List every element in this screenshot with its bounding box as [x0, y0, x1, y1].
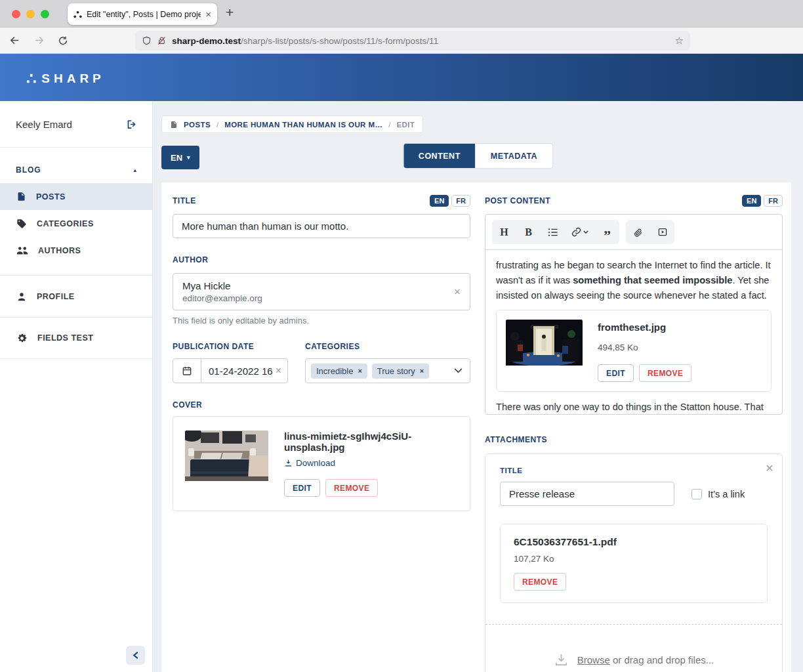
- author-email: editor@example.org: [182, 293, 454, 303]
- chevron-up-icon: ▴: [133, 167, 136, 173]
- title-label: TITLE: [173, 196, 196, 205]
- categories-select[interactable]: Incredible× True story×: [305, 358, 470, 383]
- cover-remove-button[interactable]: REMOVE: [325, 479, 378, 497]
- back-icon[interactable]: [9, 35, 20, 46]
- remove-attachment-item-icon[interactable]: ×: [766, 461, 773, 474]
- attachments-divider: [485, 624, 782, 625]
- sidebar-item-authors[interactable]: AUTHORS: [0, 237, 152, 264]
- embedded-file-thumbnail: [506, 320, 583, 382]
- author-field[interactable]: Mya Hickle editor@example.org ×: [173, 273, 470, 310]
- attachment-file-size: 107,27 Ko: [514, 554, 754, 564]
- checkbox-unchecked[interactable]: [691, 489, 702, 499]
- tab-close-icon[interactable]: ×: [205, 9, 211, 19]
- category-chip-label: Incredible: [316, 366, 353, 376]
- heading-button[interactable]: H: [492, 220, 516, 244]
- clear-author-icon[interactable]: ×: [454, 286, 461, 297]
- clear-date-icon[interactable]: ×: [274, 365, 287, 377]
- title-input[interactable]: [173, 214, 470, 238]
- embedded-edit-button[interactable]: EDIT: [598, 364, 634, 382]
- category-chip: True story×: [372, 364, 429, 379]
- sidebar-item-label: CATEGORIES: [37, 219, 94, 228]
- its-a-link-checkbox-row[interactable]: It’s a link: [691, 489, 745, 499]
- browser-tab-strip: Edit "entity", Posts | Demo proje × +: [0, 0, 803, 28]
- tab-content[interactable]: CONTENT: [403, 144, 476, 168]
- tab-title: Edit "entity", Posts | Demo proje: [87, 10, 201, 19]
- bold-icon: B: [525, 226, 532, 238]
- attach-file-button[interactable]: [626, 220, 650, 244]
- link-icon: [571, 227, 581, 237]
- chevron-left-icon: [133, 652, 139, 659]
- embedded-remove-button[interactable]: REMOVE: [639, 364, 691, 382]
- form-left-column: TITLE EN FR AUTHOR Mya Hickle editor@exa…: [173, 196, 470, 672]
- sidebar-item-categories[interactable]: CATEGORIES: [0, 210, 152, 237]
- download-link[interactable]: Download: [284, 458, 335, 468]
- category-chip: Incredible×: [311, 364, 367, 379]
- locale-badge-fr[interactable]: FR: [764, 195, 783, 207]
- attachments-label: ATTACHMENTS: [485, 435, 547, 444]
- file-dropzone[interactable]: Browse or drag and drop files...: [500, 652, 768, 667]
- traffic-light-minimize[interactable]: [26, 10, 35, 18]
- logout-icon[interactable]: [126, 119, 138, 130]
- shield-icon[interactable]: [142, 35, 152, 46]
- breadcrumb-entity[interactable]: MORE HUMAN THAN HUMAN IS OUR M…: [224, 121, 382, 129]
- url-text: sharp-demo.test/sharp/s-list/posts/s-sho…: [172, 36, 670, 46]
- download-label: Download: [296, 458, 335, 468]
- locale-badge-fr[interactable]: FR: [451, 195, 470, 207]
- remove-category-icon[interactable]: ×: [420, 367, 424, 375]
- sidebar-item-posts[interactable]: POSTS: [0, 183, 152, 210]
- author-name: Mya Hickle: [182, 280, 454, 291]
- link-button[interactable]: [565, 220, 595, 244]
- publication-date-value[interactable]: 01-24-2022 16: [201, 366, 274, 377]
- browser-tab[interactable]: Edit "entity", Posts | Demo proje ×: [68, 3, 217, 25]
- sharp-logo-mark-icon: ∴: [26, 70, 36, 88]
- editor-content[interactable]: frustrating as he began to search the In…: [485, 250, 782, 415]
- locale-dropdown-button[interactable]: EN ▾: [161, 146, 199, 169]
- attachment-remove-button[interactable]: REMOVE: [514, 573, 566, 591]
- browser-url-bar: sharp-demo.test/sharp/s-list/posts/s-sho…: [0, 28, 803, 54]
- attachment-title-input[interactable]: [500, 482, 674, 506]
- breadcrumb-posts[interactable]: POSTS: [184, 121, 211, 129]
- lock-slash-icon[interactable]: [157, 35, 167, 46]
- sidebar-item-fields-test[interactable]: FIELDS TEST: [0, 317, 152, 358]
- remove-category-icon[interactable]: ×: [358, 367, 361, 375]
- attachment-file-card: 6C15036377651-1.pdf 107,27 Ko REMOVE: [500, 524, 768, 603]
- dropzone-text: or drag and drop files...: [610, 654, 714, 665]
- sidebar-item-profile[interactable]: PROFILE: [0, 276, 152, 317]
- forward-icon[interactable]: [33, 35, 45, 46]
- calendar-icon[interactable]: [173, 359, 201, 383]
- new-tab-button[interactable]: +: [226, 5, 234, 20]
- traffic-light-zoom[interactable]: [41, 10, 49, 18]
- form-panel: TITLE EN FR AUTHOR Mya Hickle editor@exa…: [161, 182, 791, 672]
- chevron-down-icon[interactable]: [454, 368, 463, 373]
- reload-icon[interactable]: [58, 35, 68, 46]
- tab-metadata[interactable]: METADATA: [476, 144, 552, 168]
- breadcrumb-separator: /: [388, 121, 390, 129]
- sidebar-item-label: AUTHORS: [38, 246, 81, 255]
- main-content: POSTS / MORE HUMAN THAN HUMAN IS OUR M… …: [153, 101, 803, 672]
- bookmark-star-icon[interactable]: ☆: [675, 35, 684, 47]
- attachment-title-label: TITLE: [500, 467, 768, 474]
- url-field[interactable]: sharp-demo.test/sharp/s-list/posts/s-sho…: [135, 31, 690, 51]
- paperclip-icon: [634, 227, 643, 238]
- cover-edit-button[interactable]: EDIT: [284, 479, 320, 497]
- sidebar-item-label: FIELDS TEST: [37, 333, 93, 343]
- locale-badge-en[interactable]: EN: [430, 195, 449, 207]
- editor-toolbar: H B ”: [485, 215, 782, 250]
- heading-icon: H: [500, 226, 508, 238]
- bold-button[interactable]: B: [516, 220, 541, 244]
- bullet-list-icon: [548, 228, 558, 237]
- locale-badge-en[interactable]: EN: [742, 195, 761, 207]
- gear-icon: [16, 333, 28, 344]
- sidebar-section-blog[interactable]: BLOG ▴: [0, 148, 152, 183]
- cover-label: COVER: [173, 400, 202, 410]
- bullet-list-button[interactable]: [541, 220, 565, 244]
- blockquote-button[interactable]: ”: [595, 220, 619, 244]
- embed-button[interactable]: [650, 220, 674, 244]
- sidebar-collapse-button[interactable]: [126, 646, 145, 665]
- users-icon: [16, 245, 28, 255]
- browse-link[interactable]: Browse: [577, 654, 610, 665]
- url-path: /sharp/s-list/posts/s-show/posts/11/s-fo…: [241, 36, 438, 46]
- publication-date-field[interactable]: 01-24-2022 16 ×: [173, 358, 288, 383]
- form-right-column: POST CONTENT EN FR H B ”: [485, 196, 783, 672]
- traffic-light-close[interactable]: [12, 10, 20, 18]
